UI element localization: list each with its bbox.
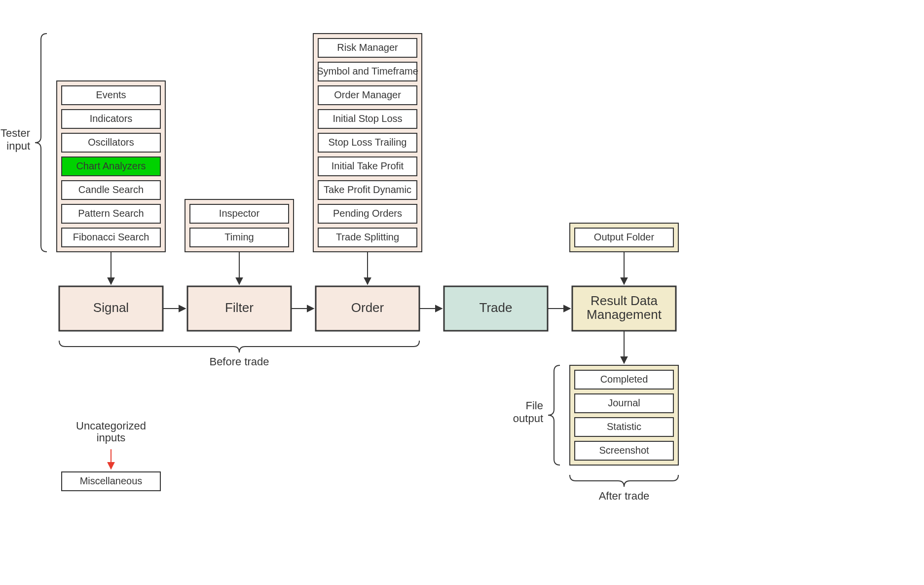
label-before-trade: Before trade xyxy=(209,355,269,368)
item-label-signal-3: Chart Analyzers xyxy=(76,160,146,171)
stage-label-result-2: Management xyxy=(587,307,662,322)
item-label-result_out-2: Statistic xyxy=(607,421,641,432)
stage-label-order: Order xyxy=(351,300,384,315)
brace-file-output xyxy=(548,365,560,465)
stage-label-signal: Signal xyxy=(93,300,129,315)
item-label-result_in-0: Output Folder xyxy=(594,232,655,242)
item-label-order-8: Trade Splitting xyxy=(336,232,399,242)
item-label-result_out-0: Completed xyxy=(600,374,648,385)
item-label-order-0: Risk Manager xyxy=(337,42,398,53)
item-label-order-1: Symbol and Timeframe xyxy=(317,66,418,77)
item-label-order-6: Take Profit Dynamic xyxy=(324,184,411,195)
item-label-result_out-3: Screenshot xyxy=(599,445,649,456)
stage-label-result-1: Result Data xyxy=(591,293,658,308)
label-file-output-1: File xyxy=(526,399,543,412)
item-label-signal-1: Indicators xyxy=(90,113,133,124)
item-label-signal-6: Fibonacci Search xyxy=(73,232,149,242)
item-label-order-7: Pending Orders xyxy=(333,208,402,219)
label-miscellaneous: Miscellaneous xyxy=(80,475,143,486)
item-label-signal-4: Candle Search xyxy=(78,184,144,195)
label-uncat-1: Uncategorized xyxy=(76,420,146,432)
flow-diagram: SignalFilterOrderTradeResult DataManagem… xyxy=(0,0,924,585)
stage-label-filter: Filter xyxy=(225,300,254,315)
brace-after-trade xyxy=(570,475,678,487)
label-tester-input-1: Tester xyxy=(0,127,30,139)
item-label-signal-0: Events xyxy=(96,89,126,100)
item-label-signal-2: Oscillators xyxy=(88,137,134,148)
item-label-order-5: Initial Take Profit xyxy=(332,160,404,171)
item-label-filter-1: Timing xyxy=(224,232,254,242)
stage-label-trade: Trade xyxy=(480,300,513,315)
label-file-output-2: output xyxy=(513,412,543,425)
label-tester-input-2: input xyxy=(6,140,30,152)
item-label-order-4: Stop Loss Trailing xyxy=(329,137,407,148)
item-label-order-3: Initial Stop Loss xyxy=(333,113,402,124)
item-label-filter-0: Inspector xyxy=(219,208,260,219)
item-label-result_out-1: Journal xyxy=(608,397,640,408)
label-uncat-2: inputs xyxy=(97,431,126,444)
brace-tester-input xyxy=(35,34,47,252)
item-label-order-2: Order Manager xyxy=(334,89,401,100)
label-after-trade: After trade xyxy=(599,490,650,502)
brace-before-trade xyxy=(59,341,419,352)
item-label-signal-5: Pattern Search xyxy=(78,208,144,219)
